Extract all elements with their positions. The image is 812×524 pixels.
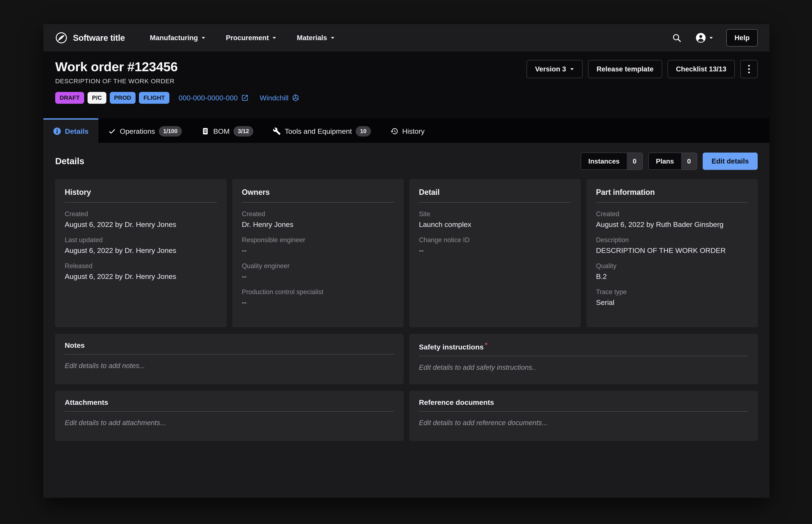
reference-documents-card: Reference documents Edit details to add … xyxy=(409,391,758,441)
wrench-icon xyxy=(273,127,281,135)
safety-instructions-card-title: Safety instructions* xyxy=(419,341,748,351)
history-card-title: History xyxy=(65,188,217,197)
windchill-link[interactable]: Windchill xyxy=(260,94,299,102)
tab-bom[interactable]: BOM 3/12 xyxy=(192,118,263,143)
part-number-link[interactable]: 000-000-0000-000 xyxy=(179,94,249,102)
divider xyxy=(242,202,394,203)
work-order-meta: DRAFT P/C PROD FLIGHT 000-000-0000-000 W… xyxy=(55,92,758,104)
info-icon xyxy=(53,127,61,135)
header-links: 000-000-0000-000 Windchill xyxy=(179,94,300,102)
reference-documents-card-title: Reference documents xyxy=(419,398,748,407)
safety-instructions-placeholder: Edit details to add safety instructions.… xyxy=(419,363,748,372)
tab-operations-count-badge: 1/100 xyxy=(159,126,182,136)
more-actions-button[interactable] xyxy=(740,60,758,78)
field-last-updated: Last updated August 6, 2022 by Dr. Henry… xyxy=(65,236,217,255)
details-header-row: Details Instances 0 Plans 0 Edit details xyxy=(55,152,758,170)
divider xyxy=(65,202,217,203)
details-grid: History Created August 6, 2022 by Dr. He… xyxy=(55,179,758,441)
tab-tools-and-equipment[interactable]: Tools and Equipment 10 xyxy=(263,118,381,143)
tab-bar: Details Operations 1/100 BOM 3/12 Tools … xyxy=(43,118,769,143)
document-icon xyxy=(201,127,209,135)
field-created: Created August 6, 2022 by Dr. Henry Jone… xyxy=(65,210,217,229)
chevron-down-icon xyxy=(272,36,276,39)
windchill-link-text: Windchill xyxy=(260,94,288,102)
field-released: Released August 6, 2022 by Dr. Henry Jon… xyxy=(65,262,217,281)
work-order-actions: Version 3 Release template Checklist 13/… xyxy=(527,60,758,78)
nav-materials-label: Materials xyxy=(297,34,327,42)
instances-count: 0 xyxy=(627,153,642,169)
tab-tools-count-badge: 10 xyxy=(356,126,371,136)
top-nav: Software title Manufacturing Procurement… xyxy=(43,24,769,52)
main-menu: Manufacturing Procurement Materials xyxy=(150,34,335,42)
edit-details-button[interactable]: Edit details xyxy=(703,152,758,170)
history-icon xyxy=(391,127,398,135)
part-information-card: Part information Created August 6, 2022 … xyxy=(587,179,758,327)
field-trace-type: Trace type Serial xyxy=(596,288,748,307)
tab-details[interactable]: Details xyxy=(43,118,98,143)
field-created-by: Created Dr. Henry Jones xyxy=(242,210,394,229)
external-link-icon xyxy=(241,94,249,102)
notes-card: Notes Edit details to add notes... xyxy=(55,334,403,384)
nav-item-manufacturing[interactable]: Manufacturing xyxy=(150,34,206,42)
nav-procurement-label: Procurement xyxy=(226,34,269,42)
release-template-button[interactable]: Release template xyxy=(588,60,662,78)
part-number-text: 000-000-0000-000 xyxy=(179,94,238,102)
details-controls: Instances 0 Plans 0 Edit details xyxy=(581,152,758,170)
divider xyxy=(419,202,571,203)
reference-documents-placeholder: Edit details to add reference documents.… xyxy=(419,419,748,427)
nav-item-procurement[interactable]: Procurement xyxy=(226,34,276,42)
section-title: Details xyxy=(55,156,84,166)
divider xyxy=(596,202,748,203)
tab-operations[interactable]: Operations 1/100 xyxy=(98,118,192,143)
chevron-down-icon xyxy=(570,68,574,70)
status-badge-draft: DRAFT xyxy=(55,92,84,104)
chevron-down-icon xyxy=(201,36,206,39)
detail-card-title: Detail xyxy=(419,188,571,197)
owners-card-title: Owners xyxy=(242,188,394,197)
field-part-description: Description DESCRIPTION OF THE WORK ORDE… xyxy=(596,236,748,255)
field-part-created: Created August 6, 2022 by Ruth Bader Gin… xyxy=(596,210,748,229)
nav-item-materials[interactable]: Materials xyxy=(297,34,335,42)
part-information-card-title: Part information xyxy=(596,188,748,197)
tab-tools-label: Tools and Equipment xyxy=(285,127,352,135)
instances-button[interactable]: Instances 0 xyxy=(581,152,643,170)
tab-history-label: History xyxy=(402,127,425,135)
details-panel: Details Instances 0 Plans 0 Edit details… xyxy=(43,143,769,498)
app-title: Software title xyxy=(73,33,125,43)
status-badge-prod: PROD xyxy=(110,92,136,104)
tab-operations-label: Operations xyxy=(120,127,155,135)
search-icon xyxy=(672,33,682,43)
safety-instructions-card: Safety instructions* Edit details to add… xyxy=(409,334,758,384)
field-quality: Quality B.2 xyxy=(596,262,748,281)
nav-right: Help xyxy=(672,29,758,47)
safety-instructions-title-text: Safety instructions xyxy=(419,343,483,351)
chevron-down-icon xyxy=(709,36,713,39)
instances-label: Instances xyxy=(581,153,627,169)
tab-bom-count-badge: 3/12 xyxy=(234,126,254,136)
version-select-button[interactable]: Version 3 xyxy=(527,60,583,78)
attachments-card: Attachments Edit details to add attachme… xyxy=(55,391,403,441)
divider xyxy=(419,356,748,356)
windchill-icon xyxy=(292,94,299,102)
work-order-description: DESCRIPTION OF THE WORK ORDER xyxy=(55,78,758,85)
attachments-card-title: Attachments xyxy=(65,398,394,407)
plans-button[interactable]: Plans 0 xyxy=(648,152,697,170)
check-icon xyxy=(108,127,116,135)
status-badge-pc: P/C xyxy=(87,92,106,104)
avatar-icon xyxy=(696,33,706,43)
app-window: Software title Manufacturing Procurement… xyxy=(43,24,769,498)
search-button[interactable] xyxy=(672,33,682,43)
nav-manufacturing-label: Manufacturing xyxy=(150,34,198,42)
brand[interactable]: Software title xyxy=(55,32,125,44)
plans-count: 0 xyxy=(681,153,697,169)
tab-history[interactable]: History xyxy=(381,118,434,143)
version-label: Version 3 xyxy=(535,65,566,73)
checklist-button[interactable]: Checklist 13/13 xyxy=(668,60,735,78)
attachments-placeholder: Edit details to add attachments... xyxy=(65,419,394,427)
help-button[interactable]: Help xyxy=(726,29,758,47)
owners-card: Owners Created Dr. Henry Jones Responsib… xyxy=(233,179,404,327)
account-menu-button[interactable] xyxy=(696,33,713,43)
tab-bom-label: BOM xyxy=(213,127,229,135)
field-site: Site Launch complex xyxy=(419,210,571,229)
app-logo-feather-icon xyxy=(55,32,67,44)
